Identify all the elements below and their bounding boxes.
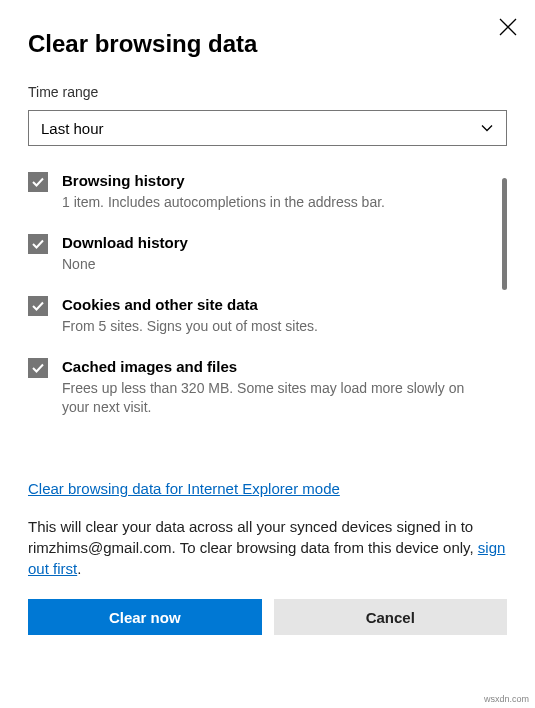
list-item: Browsing history 1 item. Includes autoco… — [28, 172, 489, 212]
time-range-select[interactable]: Last hour — [28, 110, 507, 146]
list-item: Cookies and other site data From 5 sites… — [28, 296, 489, 336]
item-title: Browsing history — [62, 172, 489, 189]
data-types-list: Browsing history 1 item. Includes autoco… — [28, 172, 507, 448]
ie-mode-link[interactable]: Clear browsing data for Internet Explore… — [28, 480, 340, 497]
checkbox-cookies[interactable] — [28, 296, 48, 316]
check-icon — [31, 361, 45, 375]
watermark: wsxdn.com — [484, 694, 529, 704]
item-title: Cookies and other site data — [62, 296, 489, 313]
check-icon — [31, 237, 45, 251]
chevron-down-icon — [480, 121, 494, 135]
dialog-title: Clear browsing data — [28, 30, 507, 58]
checkbox-cached-files[interactable] — [28, 358, 48, 378]
sync-text-part2: . — [77, 560, 81, 577]
item-title: Cached images and files — [62, 358, 489, 375]
item-title: Download history — [62, 234, 489, 251]
list-item: Cached images and files Frees up less th… — [28, 358, 489, 417]
checkbox-download-history[interactable] — [28, 234, 48, 254]
item-description: None — [62, 255, 489, 274]
time-range-value: Last hour — [41, 120, 104, 137]
clear-now-button[interactable]: Clear now — [28, 599, 262, 635]
time-range-label: Time range — [28, 84, 507, 100]
item-description: 1 item. Includes autocompletions in the … — [62, 193, 489, 212]
scrollbar[interactable] — [502, 178, 507, 290]
item-description: Frees up less than 320 MB. Some sites ma… — [62, 379, 489, 417]
list-item: Download history None — [28, 234, 489, 274]
cancel-button[interactable]: Cancel — [274, 599, 508, 635]
close-button[interactable] — [499, 18, 517, 36]
sync-text-part1: This will clear your data across all you… — [28, 518, 478, 556]
check-icon — [31, 175, 45, 189]
checkbox-browsing-history[interactable] — [28, 172, 48, 192]
close-icon — [499, 18, 517, 36]
sync-notice: This will clear your data across all you… — [28, 516, 507, 579]
check-icon — [31, 299, 45, 313]
item-description: From 5 sites. Signs you out of most site… — [62, 317, 489, 336]
